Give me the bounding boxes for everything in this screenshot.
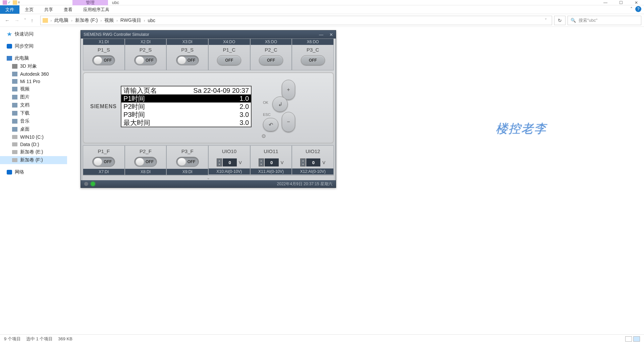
ribbon-tab-apptools[interactable]: 应用程序工具 (78, 5, 115, 14)
lcd-row-4[interactable]: 最大时间3.0 (121, 119, 251, 127)
toggle-p3s[interactable]: OFF (176, 55, 199, 65)
quick-access-toolbar: ✓ = (0, 0, 22, 5)
io-cell-x4: X4:DO P1_C OFF (208, 39, 250, 70)
lcd-header: 请输入页名 Sa 22-04-09 20:37 (121, 86, 251, 94)
ribbon-tab-share[interactable]: 共享 (39, 5, 58, 14)
button-p2c[interactable]: OFF (259, 55, 283, 65)
io-cell-x5: X5:DO P2_C OFF (250, 39, 292, 70)
io-cell-x7: P1_F OFF X7:DI (83, 145, 125, 175)
dpad-esc-button[interactable]: ↶ (263, 118, 278, 131)
sidebar-item-drive-d[interactable]: Data (D:) (0, 141, 67, 148)
dpad-up-button[interactable]: + (282, 80, 295, 100)
crumb-drive[interactable]: 新加卷 (F:)› (75, 17, 102, 23)
toggle-p2s[interactable]: OFF (134, 55, 157, 65)
maximize-button[interactable]: ☐ (613, 0, 629, 5)
dpad-down-button[interactable]: − (282, 112, 295, 132)
navigation-bar: ← → ˅ ↑ › 此电脑› 新加卷 (F:)› 视频› RWG项目› ubc … (0, 14, 644, 27)
sidebar-item-desktop[interactable]: 桌面 (0, 125, 67, 133)
sidebar-item-downloads[interactable]: 下载 (0, 109, 67, 117)
io-label: P1_F (83, 148, 124, 154)
expand-chevron[interactable]: ⌄ (83, 175, 334, 180)
spinner-uio10[interactable]: ▲▼0V (217, 158, 242, 166)
close-button[interactable]: ✕ (629, 0, 644, 5)
folder-icon (43, 18, 48, 23)
port-label: X7:DI (83, 169, 124, 175)
status-size: 369 KB (58, 336, 72, 341)
ribbon-collapse-icon[interactable]: ˄ (630, 6, 633, 12)
sidebar-network[interactable]: 网络 (0, 168, 67, 176)
qat-customize-icon[interactable]: = (18, 0, 22, 5)
crumb-current[interactable]: ubc (148, 18, 155, 23)
sidebar-item-drive-e[interactable]: 新加卷 (E:) (0, 148, 67, 156)
sidebar-item-drive-f[interactable]: 新加卷 (F:) (0, 156, 67, 164)
breadcrumb-sep: › (51, 18, 52, 22)
ribbon-file-tab[interactable]: 文件 (0, 5, 19, 14)
port-label: X10:AI(0-10V) (209, 168, 250, 175)
io-cell-x12: UIO12 ▲▼0V X12:AI(0-10V) (292, 145, 334, 175)
io-cell-x3: X3:DI P3_S OFF (166, 39, 208, 70)
view-switcher (625, 336, 640, 342)
spinner-uio11[interactable]: ▲▼0V (259, 158, 284, 166)
sidebar-item-mi11[interactable]: Mi 11 Pro (0, 78, 67, 85)
sidebar-thispc[interactable]: 此电脑 (0, 54, 67, 62)
sidebar-quickaccess[interactable]: 快速访问 (0, 30, 67, 38)
port-label: X5:DO (251, 39, 292, 45)
nav-recent-dropdown[interactable]: ˅ (24, 18, 26, 22)
status-selected: 选中 1 个项目 (26, 336, 53, 342)
lcd-row-3[interactable]: P3时间3.0 (121, 111, 251, 119)
sim-titlebar[interactable]: SIEMENS RWG Controller Simulator — ✕ (81, 30, 336, 39)
button-p1c[interactable]: OFF (217, 55, 241, 65)
refresh-button[interactable]: ↻ (554, 16, 566, 25)
sidebar-item-autodesk[interactable]: Autodesk 360 (0, 70, 67, 78)
io-row-bottom: P1_F OFF X7:DI P2_F OFF X8:DI P3_F OFF X… (83, 145, 334, 175)
io-label: P3_C (292, 47, 333, 53)
help-icon[interactable]: ? (635, 6, 641, 12)
pictures-icon (12, 95, 17, 99)
button-p3c[interactable]: OFF (301, 55, 325, 65)
address-history-dropdown[interactable]: ˅ (542, 18, 550, 23)
toggle-p1s[interactable]: OFF (92, 55, 115, 65)
toggle-p2f[interactable]: OFF (134, 157, 157, 167)
nav-back-button[interactable]: ← (5, 17, 10, 23)
sim-minimize-button[interactable]: — (319, 32, 323, 37)
io-cell-x8: P2_F OFF X8:DI (125, 145, 167, 175)
sidebar-sync[interactable]: 同步空间 (0, 42, 67, 50)
ribbon-tab-view[interactable]: 查看 (58, 5, 78, 14)
toggle-p1f[interactable]: OFF (92, 157, 115, 167)
nav-forward-button[interactable]: → (14, 17, 19, 23)
desktop-icon (12, 127, 17, 132)
toggle-p3f[interactable]: OFF (176, 157, 199, 167)
pc-icon (7, 56, 12, 61)
sidebar-item-documents[interactable]: 文档 (0, 101, 67, 109)
crumb-pc[interactable]: 此电脑› (54, 17, 72, 23)
io-label: P2_S (125, 47, 166, 53)
nav-up-button[interactable]: ↑ (31, 17, 34, 23)
io-cell-x9: P3_F OFF X9:DI (166, 145, 208, 175)
lcd-row-1[interactable]: P1时间1.0 (121, 94, 251, 102)
view-large-button[interactable] (633, 336, 640, 342)
spinner-uio12[interactable]: ▲▼0V (300, 158, 325, 166)
crumb-video[interactable]: 视频› (104, 17, 118, 23)
sim-window-controls: — ✕ (319, 32, 333, 37)
led-gray (84, 182, 88, 186)
sidebar-item-3d[interactable]: 3D 对象 (0, 62, 67, 70)
lcd-row-2[interactable]: P2时间2.0 (121, 102, 251, 111)
dpad-ok-button[interactable]: ↲ (272, 96, 288, 112)
address-bar[interactable]: › 此电脑› 新加卷 (F:)› 视频› RWG项目› ubc ˅ (40, 16, 552, 25)
view-details-button[interactable] (625, 336, 632, 342)
gear-icon[interactable]: ⚙ (261, 133, 266, 139)
content-pane[interactable]: 楼控老李 SIEMENS RWG Controller Simulator — … (67, 27, 644, 334)
port-label: X1:DI (83, 39, 124, 45)
sidebar-item-video[interactable]: 视频 (0, 85, 67, 93)
sidebar-item-pictures[interactable]: 图片 (0, 93, 67, 101)
sim-close-button[interactable]: ✕ (329, 32, 333, 37)
qat-save-icon[interactable]: ✓ (8, 0, 12, 5)
sidebar-item-drive-c[interactable]: WIN10 (C:) (0, 133, 67, 141)
minimize-button[interactable]: — (598, 0, 613, 5)
folder-icon (12, 72, 17, 76)
sidebar-item-music[interactable]: 音乐 (0, 117, 67, 125)
ribbon-tab-home[interactable]: 主页 (19, 5, 39, 14)
crumb-project[interactable]: RWG项目› (120, 17, 145, 23)
qat-folder-icon[interactable] (13, 0, 17, 5)
search-box[interactable]: 🔍 搜索"ubc" (568, 16, 641, 25)
